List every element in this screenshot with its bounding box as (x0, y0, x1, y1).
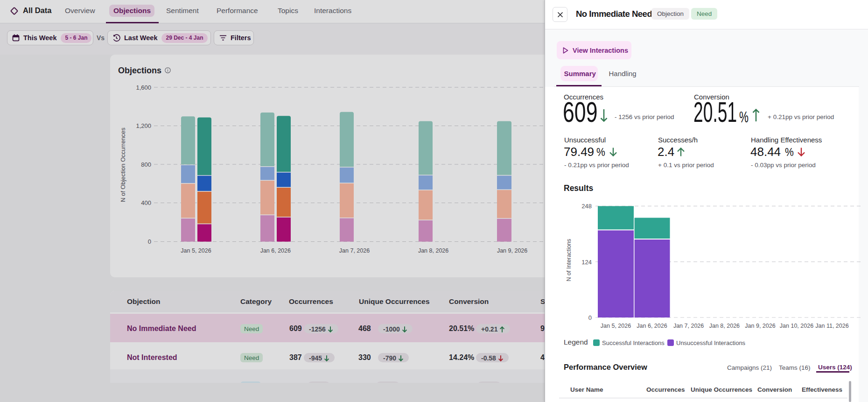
svg-text:Jan 10, 2026: Jan 10, 2026 (780, 323, 813, 329)
svg-text:Jan 9, 2026: Jan 9, 2026 (745, 323, 775, 329)
svg-text:248: 248 (581, 203, 592, 210)
svg-text:Jan 7, 2026: Jan 7, 2026 (673, 323, 704, 329)
svg-text:Jan 8, 2026: Jan 8, 2026 (709, 323, 740, 329)
svg-text:Jan 11, 2026: Jan 11, 2026 (815, 323, 848, 329)
svg-text:124: 124 (581, 259, 592, 266)
svg-text:0: 0 (588, 314, 592, 321)
svg-text:Jan 6, 2026: Jan 6, 2026 (637, 323, 667, 329)
svg-text:N of Interactions: N of Interactions (566, 239, 572, 281)
svg-text:Jan 5, 2026: Jan 5, 2026 (601, 323, 631, 329)
